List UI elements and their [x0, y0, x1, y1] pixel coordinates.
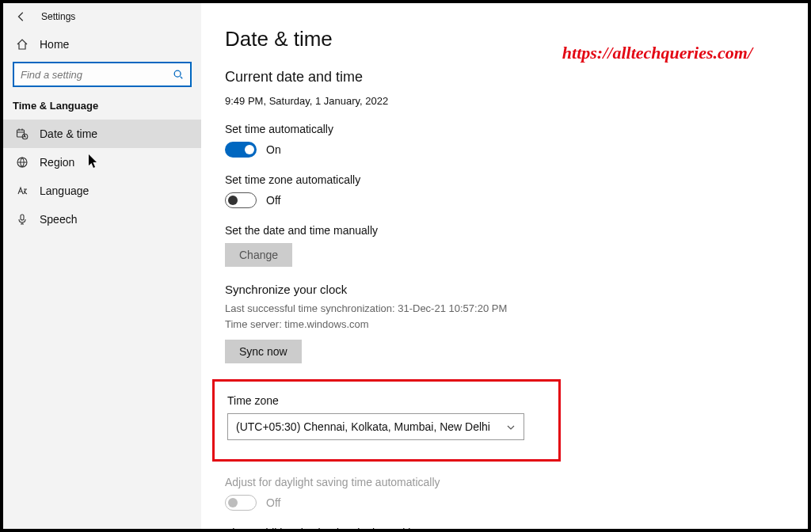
microphone-icon [16, 213, 29, 226]
label-dst: Adjust for daylight saving time automati… [225, 476, 776, 488]
sync-server: Time server: time.windows.com [225, 317, 776, 332]
highlight-timezone: Time zone (UTC+05:30) Chennai, Kolkata, … [212, 379, 561, 462]
group-sync: Synchronize your clock Last successful t… [225, 283, 776, 363]
label-calendars: Show additional calendars in the taskbar [225, 526, 776, 529]
globe-icon [16, 156, 29, 169]
sidebar-item-speech[interactable]: Speech [3, 205, 201, 234]
toggle-state: Off [266, 194, 280, 207]
label-set-time-auto: Set time automatically [225, 123, 776, 135]
clock-calendar-icon [16, 127, 29, 140]
group-set-tz-auto: Set time zone automatically Off [225, 173, 776, 208]
sidebar-item-label: Speech [40, 213, 77, 226]
svg-rect-1 [17, 130, 25, 137]
label-set-manual: Set the date and time manually [225, 224, 776, 237]
home-icon [16, 38, 29, 51]
group-calendars: Show additional calendars in the taskbar… [225, 526, 776, 529]
sync-now-button[interactable]: Sync now [225, 340, 302, 363]
chevron-down-icon [506, 422, 516, 431]
toggle-dst [225, 495, 257, 511]
sidebar-item-label: Language [40, 184, 89, 197]
timezone-select[interactable]: (UTC+05:30) Chennai, Kolkata, Mumbai, Ne… [227, 413, 524, 440]
sidebar-item-date-time[interactable]: Date & time [3, 120, 201, 148]
sidebar-item-label: Home [40, 38, 69, 51]
svg-point-0 [174, 70, 181, 77]
watermark-link: https://alltechqueries.com/ [562, 43, 752, 63]
sidebar-item-label: Date & time [40, 127, 97, 140]
toggle-state: Off [266, 496, 280, 509]
language-icon [16, 184, 29, 197]
toggle-set-time-auto[interactable] [225, 142, 257, 158]
search-input-container[interactable] [13, 62, 192, 87]
sidebar-item-home[interactable]: Home [3, 30, 201, 59]
search-icon [173, 69, 184, 80]
sidebar-section-title: Time & Language [3, 95, 201, 120]
sidebar-item-language[interactable]: Language [3, 177, 201, 205]
sidebar-item-region[interactable]: Region [3, 148, 201, 177]
change-button: Change [225, 243, 292, 267]
toggle-state: On [266, 143, 281, 156]
back-icon[interactable] [16, 11, 27, 22]
group-set-time-auto: Set time automatically On [225, 123, 776, 158]
titlebar: Settings [3, 8, 201, 30]
group-set-manual: Set the date and time manually Change [225, 224, 776, 267]
search-input[interactable] [21, 69, 173, 81]
toggle-set-tz-auto[interactable] [225, 192, 257, 208]
section-heading-current: Current date and time [225, 69, 776, 86]
current-datetime: 9:49 PM, Saturday, 1 January, 2022 [225, 95, 776, 107]
group-dst: Adjust for daylight saving time automati… [225, 476, 776, 511]
timezone-value: (UTC+05:30) Chennai, Kolkata, Mumbai, Ne… [236, 420, 490, 433]
main-content: Date & time Current date and time 9:49 P… [201, 3, 808, 529]
sync-last: Last successful time synchronization: 31… [225, 301, 776, 317]
sidebar-item-label: Region [40, 156, 74, 169]
svg-rect-4 [21, 215, 24, 220]
label-timezone: Time zone [227, 394, 546, 407]
sidebar: Settings Home Time & Language [3, 3, 201, 529]
app-title: Settings [41, 11, 75, 22]
sync-heading: Synchronize your clock [225, 283, 776, 296]
label-set-tz-auto: Set time zone automatically [225, 173, 776, 186]
